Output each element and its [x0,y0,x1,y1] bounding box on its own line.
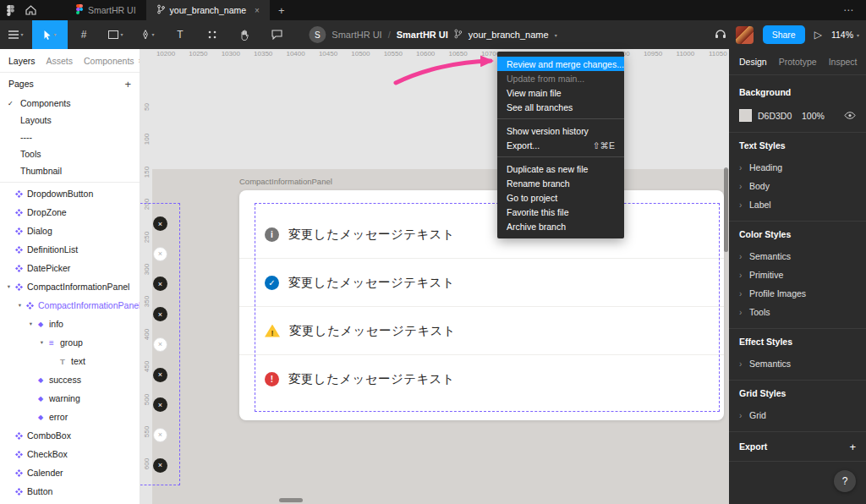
layer-item-group[interactable]: ▾≡group [0,333,140,352]
branch-name[interactable]: your_branch_name [469,30,549,40]
canvas[interactable]: 1020010250103001035010400104501050010550… [140,49,729,504]
add-page-button[interactable]: + [124,78,131,90]
pen-tool[interactable]: ▾ [132,20,164,49]
tab-prototype[interactable]: Prototype [779,57,817,67]
style-item-grid[interactable]: ›Grid [729,406,866,425]
branch-menu-chevron-icon[interactable]: ▾ [555,32,557,38]
menu-item-archive-branch[interactable]: Archive branch [497,219,624,233]
style-item-heading[interactable]: ›Heading [729,158,866,177]
close-button-icon[interactable]: × [153,337,167,352]
layer-item-info[interactable]: ▾◆info [0,315,140,333]
layer-item-button[interactable]: Button [0,482,140,501]
ruler-label: 10600 [416,50,435,58]
layer-item-dropzone[interactable]: DropZone [0,203,140,222]
expand-chevron-icon[interactable]: ▾ [5,283,13,290]
comment-tool[interactable] [260,20,293,49]
menu-item-see-all-branches[interactable]: See all branches [497,100,624,114]
tab-components[interactable]: Components [84,56,134,66]
present-button-icon[interactable]: ▷ [814,29,822,41]
style-item-profile-images[interactable]: ›Profile Images [729,284,866,303]
menu-item-show-version-history[interactable]: Show version history [497,123,624,138]
layer-item-text[interactable]: Ttext [0,352,140,370]
project-name[interactable]: SmartHR UI [332,30,381,40]
file-name[interactable]: SmartHR UI [397,30,448,40]
zoom-control[interactable]: 114% ▾ [831,30,859,40]
tab-design[interactable]: Design [739,57,767,67]
layer-item-checkbox[interactable]: CheckBox [0,445,140,463]
close-button-icon[interactable]: × [153,428,167,442]
vertical-scrollbar[interactable] [724,167,728,252]
text-tool[interactable]: T [164,20,196,49]
expand-chevron-icon[interactable]: ▾ [16,302,24,309]
tab-assets[interactable]: Assets [47,56,74,66]
layer-item-datepicker[interactable]: DatePicker [0,259,140,277]
section-header: Effect Styles [729,329,866,354]
overflow-menu-icon[interactable]: ⋯ [843,4,854,16]
menu-item-review-and-merge-changes[interactable]: Review and merge changes... [497,57,624,71]
file-tab-branch[interactable]: your_branch_name × [146,0,270,20]
close-tab-icon[interactable]: × [255,6,260,15]
expand-chevron-icon[interactable]: ▾ [27,320,35,327]
eye-icon[interactable] [844,111,856,121]
page-item-tools[interactable]: Tools [0,145,140,162]
close-panel-tab-icon[interactable]: × [139,57,140,65]
help-button[interactable]: ? [834,470,856,492]
layer-item-combobox[interactable]: ComboBox [0,426,140,445]
layer-item-error[interactable]: ◆error [0,408,140,426]
move-tool[interactable]: ▾ [32,20,68,49]
expand-chevron-icon[interactable]: ▾ [38,339,46,346]
share-button[interactable]: Share [763,25,805,44]
layer-label: Calender [27,468,63,478]
audio-call-icon[interactable] [715,27,726,42]
page-item-layouts[interactable]: Layouts [0,112,140,129]
compact-information-panel[interactable]: i変更したメッセージテキスト✓変更したメッセージテキスト!変更したメッセージテキ… [239,190,724,420]
close-button-icon[interactable]: × [153,216,167,231]
style-item-semantics[interactable]: ›Semantics [729,247,866,266]
horizontal-scrollbar[interactable] [279,498,303,502]
style-item-label[interactable]: ›Label [729,195,866,214]
style-item-primitive[interactable]: ›Primitive [729,266,866,284]
menu-item-duplicate-as-new-file[interactable]: Duplicate as new file [497,162,624,176]
layer-item-compactinformationpanel[interactable]: ▾CompactInformationPanel [0,296,140,315]
page-item-[interactable]: ---- [0,129,140,145]
style-item-tools[interactable]: ›Tools [729,303,866,321]
resources-tool[interactable] [196,20,228,49]
shape-tool[interactable]: ▾ [100,20,132,49]
tab-layers[interactable]: Layers [8,56,36,66]
frame-label[interactable]: CompactInformationPanel [239,177,332,186]
menu-item-export[interactable]: Export...⇧⌘E [497,138,624,152]
menu-item-view-main-file[interactable]: View main file [497,85,624,100]
frame-tool[interactable]: # [68,20,100,49]
page-item-thumbnail[interactable]: Thumbnail [0,162,140,179]
style-item-semantics[interactable]: ›Semantics [729,354,866,373]
menu-item-rename-branch[interactable]: Rename branch [497,176,624,190]
main-menu-button[interactable]: ▾ [0,20,32,49]
figma-logo-icon[interactable] [0,5,20,16]
layer-item-warning[interactable]: ◆warning [0,389,140,408]
close-button-icon[interactable]: × [153,458,167,473]
background-hex[interactable]: D6D3D0 [758,111,802,121]
file-tab-smarthr-ui[interactable]: SmartHR UI [66,0,146,20]
layer-item-dropdownbutton[interactable]: DropdownButton [0,184,140,203]
layer-item-compactinformationpanel[interactable]: ▾CompactInformationPanel [0,277,140,296]
home-icon[interactable] [20,5,41,15]
layer-item-dialog[interactable]: Dialog [0,222,140,240]
menu-item-go-to-project[interactable]: Go to project [497,190,624,205]
close-button-icon[interactable]: × [153,247,167,261]
close-button-icon[interactable]: × [153,368,167,382]
layer-item-definitionlist[interactable]: DefinitionList [0,240,140,259]
style-item-body[interactable]: ›Body [729,177,866,195]
background-swatch[interactable] [739,109,752,122]
layer-item-success[interactable]: ◆success [0,370,140,389]
close-button-icon[interactable]: × [153,307,167,321]
page-item-components[interactable]: ✓Components [0,95,140,112]
tab-inspect[interactable]: Inspect [829,57,858,67]
new-tab-button[interactable]: + [278,4,285,17]
hand-tool[interactable] [228,20,260,49]
ruler-label: 100 [143,131,151,148]
user-avatar[interactable] [736,26,754,44]
layer-item-calender[interactable]: Calender [0,463,140,482]
menu-item-favorite-this-file[interactable]: Favorite this file [497,205,624,219]
add-export-button[interactable]: + [849,441,856,453]
background-opacity[interactable]: 100% [802,111,844,121]
